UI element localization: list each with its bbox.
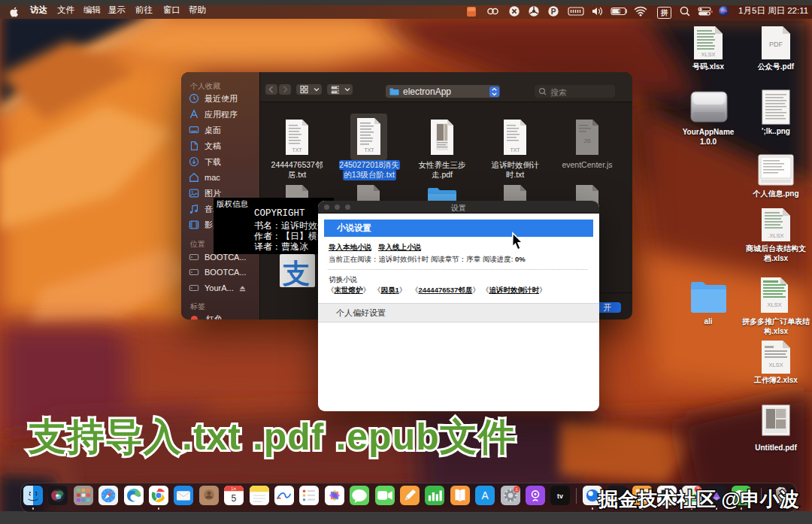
- svg-text:1: 1: [515, 487, 517, 492]
- svg-text:XLSX: XLSX: [701, 51, 715, 58]
- svg-text:5: 5: [232, 493, 237, 504]
- svg-text:A: A: [482, 489, 489, 501]
- svg-text:.XLSX: .XLSX: [768, 232, 783, 239]
- svg-text:1月: 1月: [232, 487, 237, 491]
- svg-text:JS: JS: [583, 138, 590, 144]
- svg-text:TXT: TXT: [510, 147, 520, 153]
- svg-text:掘金技术社区 @申小波: 掘金技术社区 @申小波: [598, 488, 800, 510]
- svg-text:TXT: TXT: [364, 147, 374, 153]
- svg-text:支持导入.txt .pdf .epub文件: 支持导入.txt .pdf .epub文件: [28, 416, 517, 458]
- svg-text:PDF: PDF: [769, 41, 783, 48]
- svg-text:tv: tv: [557, 492, 563, 500]
- svg-text:XLSX: XLSX: [767, 301, 781, 308]
- svg-text:P: P: [551, 8, 556, 16]
- svg-text:XLSX: XLSX: [768, 362, 783, 368]
- svg-text:TXT: TXT: [292, 147, 302, 153]
